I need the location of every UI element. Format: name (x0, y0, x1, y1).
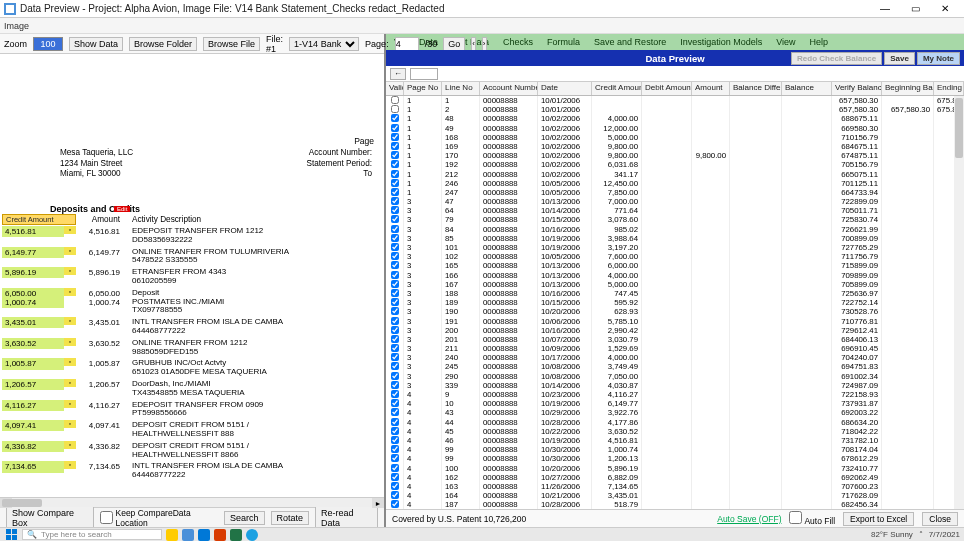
row-marker-icon[interactable]: ▫ (64, 358, 76, 366)
left-hscrollbar[interactable]: ◄ ► (0, 497, 384, 507)
keep-location-input[interactable] (100, 511, 113, 524)
valid-input[interactable] (391, 289, 399, 297)
valid-checkbox[interactable] (386, 261, 404, 270)
reread-button[interactable]: Re-read Data (315, 506, 378, 530)
valid-checkbox[interactable] (386, 344, 404, 353)
valid-input[interactable] (391, 160, 399, 168)
scroll-thumb[interactable] (2, 499, 42, 507)
grid-row[interactable]: 32450000888810/08/20063,749.49694751.83 (386, 362, 964, 371)
grid-row[interactable]: 12120000888810/02/2006341.17665075.11 (386, 170, 964, 179)
valid-input[interactable] (391, 399, 399, 407)
start-button[interactable] (4, 529, 18, 541)
valid-input[interactable] (391, 482, 399, 490)
autofill-checkbox[interactable]: Auto Fill (789, 511, 835, 526)
grid-row[interactable]: 4440000888810/28/20064,177.86686634.20 (386, 418, 964, 427)
show-data-button[interactable]: Show Data (69, 37, 123, 51)
valid-checkbox[interactable] (386, 105, 404, 114)
browse-file-button[interactable]: Browse File (203, 37, 260, 51)
vscroll-thumb[interactable] (955, 98, 963, 158)
credit-amount-cell[interactable]: 4,336.82 (2, 441, 64, 452)
grid-row[interactable]: 4430000888810/29/20063,922.76692003.22 (386, 408, 964, 417)
valid-input[interactable] (391, 151, 399, 159)
credit-amount-cell[interactable]: 7,134.65 (2, 461, 64, 472)
valid-input[interactable] (391, 317, 399, 325)
grid-row[interactable]: 11920000888810/02/20066,031.68705156.79 (386, 160, 964, 169)
grid-row[interactable]: 4100000888810/19/20066,149.77737931.87 (386, 399, 964, 408)
menu-save-and-restore[interactable]: Save and Restore (594, 37, 666, 47)
deposit-row[interactable]: 4,116.27▫4,116.27EDEPOSIT TRANSFER FROM … (2, 400, 378, 420)
deposit-row[interactable]: 4,097.41▫4,097.41DEPOSIT CREDIT FROM 515… (2, 420, 378, 440)
taskbar-app-icon[interactable] (230, 529, 242, 541)
deposit-row[interactable]: 3,435.01▫3,435.01INTL TRANSFER FROM ISLA… (2, 317, 378, 337)
grid-col-verify-balance[interactable]: Verify Balance (832, 82, 882, 95)
valid-input[interactable] (391, 491, 399, 499)
credit-amount-cell[interactable]: 4,097.41 (2, 420, 64, 431)
valid-checkbox[interactable] (386, 307, 404, 316)
valid-input[interactable] (391, 408, 399, 416)
search-button[interactable]: Search (224, 511, 265, 525)
grid-row[interactable]: 12470000888810/05/20067,850.00664733.94 (386, 188, 964, 197)
deposit-row[interactable]: 6,050.00 1,000.74▫6,050.00 1,000.74Depos… (2, 288, 378, 316)
grid-col-line-no[interactable]: Line No (442, 82, 480, 95)
grid-row[interactable]: 31880000888810/16/2006747.45725636.97 (386, 289, 964, 298)
valid-checkbox[interactable] (386, 142, 404, 151)
row-marker-icon[interactable]: ▫ (64, 420, 76, 428)
valid-checkbox[interactable] (386, 436, 404, 445)
deposit-row[interactable]: 5,896.19▫5,896.19ETRANSFER FROM 4343 061… (2, 267, 378, 287)
grid-vscrollbar[interactable] (954, 96, 964, 509)
grid-row[interactable]: 11690000888810/02/20069,800.00684675.11 (386, 142, 964, 151)
valid-checkbox[interactable] (386, 179, 404, 188)
taskbar-app-icon[interactable] (182, 529, 194, 541)
deposit-row[interactable]: 1,005.87▫1,005.87GRUBHUB INC/Oct Actvty … (2, 358, 378, 378)
valid-checkbox[interactable] (386, 317, 404, 326)
grid-row[interactable]: 12460000888810/05/200612,450.00701125.11 (386, 179, 964, 188)
next-page-button[interactable]: › (482, 37, 487, 51)
deposit-row[interactable]: 4,516.81▫4,516.81EDEPOSIT TRANSFER FROM … (2, 226, 378, 246)
grid-col-credit-amount[interactable]: Credit Amount (592, 82, 642, 95)
deposit-row[interactable]: 4,336.82▫4,336.82DEPOSIT CREDIT FROM 515… (2, 441, 378, 461)
autosave-toggle[interactable]: Auto Save (OFF) (717, 514, 781, 524)
grid-prev-button[interactable]: ← (390, 68, 406, 80)
scroll-right-icon[interactable]: ► (372, 498, 384, 508)
valid-input[interactable] (391, 427, 399, 435)
credit-amount-cell[interactable]: 1,005.87 (2, 358, 64, 369)
credit-amount-cell[interactable]: 6,149.77 (2, 247, 64, 258)
valid-input[interactable] (391, 142, 399, 150)
grid-row[interactable]: 41640000888810/21/20063,435.01717628.09 (386, 491, 964, 500)
valid-checkbox[interactable] (386, 427, 404, 436)
valid-checkbox[interactable] (386, 335, 404, 344)
grid-col-debit-amount[interactable]: Debit Amount (642, 82, 692, 95)
valid-input[interactable] (391, 390, 399, 398)
grid-row[interactable]: 11680000888810/02/20065,000.00710156.79 (386, 133, 964, 142)
valid-input[interactable] (391, 353, 399, 361)
minimize-button[interactable]: — (870, 1, 900, 17)
grid-row[interactable]: 31010000888810/19/20063,197.20727765.29 (386, 243, 964, 252)
valid-input[interactable] (391, 197, 399, 205)
valid-checkbox[interactable] (386, 289, 404, 298)
valid-checkbox[interactable] (386, 197, 404, 206)
close-button[interactable]: ✕ (930, 1, 960, 17)
menu-view[interactable]: View (776, 37, 795, 47)
grid-row[interactable]: 41630000888811/26/20067,134.65707600.23 (386, 482, 964, 491)
file-select[interactable]: 1-V14 Bank Sta… (289, 37, 359, 51)
maximize-button[interactable]: ▭ (900, 1, 930, 17)
row-marker-icon[interactable]: ▫ (64, 267, 76, 275)
show-compare-button[interactable]: Show Compare Box (6, 506, 94, 530)
row-marker-icon[interactable]: ▫ (64, 379, 76, 387)
row-marker-icon[interactable]: ▫ (64, 461, 76, 469)
credit-amount-cell[interactable]: 4,116.27 (2, 400, 64, 411)
valid-input[interactable] (391, 114, 399, 122)
tray-chevron-icon[interactable]: ˄ (919, 530, 923, 539)
taskbar-app-icon[interactable] (166, 529, 178, 541)
credit-amount-cell[interactable]: 3,435.01 (2, 317, 64, 328)
valid-checkbox[interactable] (386, 151, 404, 160)
grid-row[interactable]: 31650000888810/13/20066,000.00715899.09 (386, 261, 964, 270)
valid-checkbox[interactable] (386, 133, 404, 142)
valid-checkbox[interactable] (386, 390, 404, 399)
valid-input[interactable] (391, 326, 399, 334)
valid-checkbox[interactable] (386, 234, 404, 243)
grid-row[interactable]: 31020000888810/05/20067,600.00711756.79 (386, 252, 964, 261)
grid-dropdown[interactable] (410, 68, 438, 80)
credit-amount-cell[interactable]: 5,896.19 (2, 267, 64, 278)
row-marker-icon[interactable]: ▫ (64, 317, 76, 325)
